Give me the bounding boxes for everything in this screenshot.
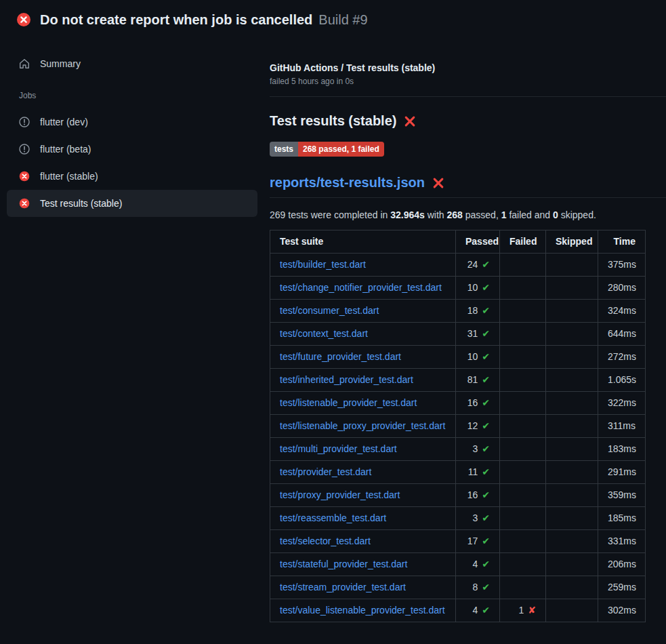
passed-cell: 81✔ (456, 369, 500, 392)
test-suite-link[interactable]: test/selector_test.dart (280, 536, 371, 546)
skipped-cell (546, 323, 598, 346)
table-header-row: Test suite Passed Failed Skipped Time (270, 230, 646, 254)
test-suite-link[interactable]: test/context_test.dart (280, 328, 368, 339)
summary-passed-count: 268 (447, 209, 463, 220)
skipped-cell (546, 415, 598, 438)
passed-cell: 16✔ (456, 484, 500, 507)
sidebar-item-label: Summary (40, 58, 81, 69)
section-title: Test results (stable) (270, 113, 666, 129)
check-icon: ✔ (482, 466, 490, 477)
breadcrumb: GitHub Actions / Test results (stable) (270, 62, 666, 73)
passed-cell: 10✔ (456, 346, 500, 369)
failed-cell: 1✘ (500, 599, 546, 622)
sidebar-item-job-flutter-beta[interactable]: flutter (beta) (7, 136, 257, 163)
time-cell: 359ms (598, 484, 646, 507)
time-cell: 311ms (598, 415, 646, 438)
cross-icon: ✘ (528, 605, 536, 616)
jobs-section-label: Jobs (7, 76, 257, 108)
failed-cell: ✘ (500, 438, 546, 461)
check-icon: ✔ (482, 374, 490, 385)
check-icon: ✔ (482, 559, 490, 569)
check-icon: ✔ (482, 351, 490, 362)
neutral-status-icon (19, 117, 30, 127)
home-icon (19, 58, 30, 69)
passed-cell: 3✔ (456, 438, 500, 461)
sidebar-item-label: flutter (beta) (40, 144, 91, 155)
failure-x-icon (404, 115, 416, 127)
test-suite-link[interactable]: test/stateful_provider_test.dart (280, 559, 407, 569)
sidebar-item-summary[interactable]: Summary (7, 52, 257, 76)
summary-line: 269 tests were completed in 32.964s with… (270, 209, 666, 220)
passed-cell: 16✔ (456, 392, 500, 415)
passed-cell: 18✔ (456, 300, 500, 323)
check-icon: ✔ (482, 443, 490, 454)
check-icon: ✔ (482, 328, 490, 339)
skipped-cell (546, 530, 598, 553)
table-row: test/multi_provider_test.dart 3✔ ✘ 183ms (270, 438, 646, 461)
column-header-test-suite: Test suite (270, 230, 456, 254)
failed-cell: ✘ (500, 277, 546, 300)
skipped-cell (546, 507, 598, 530)
test-suite-link[interactable]: test/change_notifier_provider_test.dart (280, 282, 442, 293)
failure-status-icon (19, 198, 30, 209)
skipped-cell (546, 300, 598, 323)
failure-status-icon (16, 12, 31, 27)
time-cell: 183ms (598, 438, 646, 461)
column-header-time: Time (598, 230, 646, 254)
skipped-cell (546, 277, 598, 300)
table-row: test/listenable_provider_test.dart 16✔ ✘… (270, 392, 646, 415)
failed-cell: ✘ (500, 369, 546, 392)
failed-cell: ✘ (500, 484, 546, 507)
test-suite-link[interactable]: test/reassemble_test.dart (280, 512, 386, 523)
failed-cell: ✘ (500, 254, 546, 277)
skipped-cell (546, 346, 598, 369)
summary-failed-count: 1 (501, 209, 507, 220)
skipped-cell (546, 438, 598, 461)
passed-cell: 4✔ (456, 553, 500, 576)
check-icon: ✔ (482, 582, 490, 592)
page-title: Do not create report when job is cancell… (40, 12, 312, 27)
time-cell: 259ms (598, 576, 646, 599)
table-row: test/inherited_provider_test.dart 81✔ ✘ … (270, 369, 646, 392)
test-suite-link[interactable]: test/inherited_provider_test.dart (280, 374, 413, 385)
table-row: test/value_listenable_provider_test.dart… (270, 599, 646, 622)
passed-cell: 12✔ (456, 415, 500, 438)
skipped-cell (546, 254, 598, 277)
test-suite-link[interactable]: test/value_listenable_provider_test.dart (280, 605, 445, 616)
test-suite-link[interactable]: test/future_provider_test.dart (280, 351, 401, 362)
column-header-skipped: Skipped (546, 230, 598, 254)
test-suite-link[interactable]: test/proxy_provider_test.dart (280, 489, 400, 500)
failure-x-icon (432, 177, 444, 189)
tests-badge: tests 268 passed, 1 failed (270, 142, 384, 157)
test-suite-link[interactable]: test/provider_test.dart (280, 466, 371, 477)
test-suite-link[interactable]: test/stream_provider_test.dart (280, 582, 406, 592)
check-icon: ✔ (482, 512, 490, 523)
neutral-status-icon (19, 144, 30, 155)
failed-cell: ✘ (500, 300, 546, 323)
time-cell: 324ms (598, 300, 646, 323)
time-cell: 375ms (598, 254, 646, 277)
passed-cell: 17✔ (456, 530, 500, 553)
summary-skipped-count: 0 (553, 209, 558, 220)
skipped-cell (546, 369, 598, 392)
sidebar-item-label: Test results (stable) (40, 198, 122, 209)
time-cell: 291ms (598, 461, 646, 484)
test-suite-link[interactable]: test/listenable_proxy_provider_test.dart (280, 420, 445, 431)
test-suite-link[interactable]: test/multi_provider_test.dart (280, 443, 397, 454)
test-suite-link[interactable]: test/listenable_provider_test.dart (280, 397, 417, 408)
sidebar-item-job-flutter-stable[interactable]: flutter (stable) (7, 163, 257, 190)
report-file-link[interactable]: reports/test-results.json (270, 175, 425, 190)
check-icon: ✔ (482, 282, 490, 293)
passed-cell: 31✔ (456, 323, 500, 346)
badge-label: tests (270, 142, 298, 157)
test-suite-link[interactable]: test/builder_test.dart (280, 259, 366, 270)
sidebar-item-job-flutter-dev[interactable]: flutter (dev) (7, 108, 257, 136)
summary-duration: 32.964s (390, 209, 425, 220)
test-suite-link[interactable]: test/consumer_test.dart (280, 305, 379, 316)
check-icon: ✔ (482, 605, 490, 616)
table-row: test/provider_test.dart 11✔ ✘ 291ms (270, 461, 646, 484)
table-row: test/stateful_provider_test.dart 4✔ ✘ 20… (270, 553, 646, 576)
time-cell: 185ms (598, 507, 646, 530)
check-icon: ✔ (482, 489, 490, 500)
sidebar-item-job-test-results-stable[interactable]: Test results (stable) (7, 190, 257, 217)
